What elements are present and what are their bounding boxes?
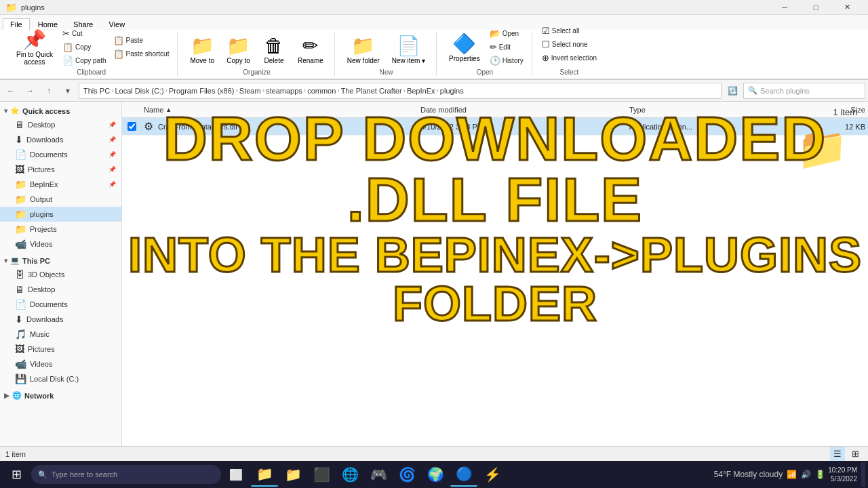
ribbon-group-clipboard: 📌 Pin to Quick access ✂Cut 📋Copy 📄Copy p… — [5, 33, 178, 76]
videos-icon: 📹 — [15, 359, 26, 369]
taskbar-app-other[interactable]: ⚡ — [479, 462, 506, 487]
open-button[interactable]: 📂Open — [487, 27, 526, 40]
history-button[interactable]: 🕑History — [487, 54, 526, 67]
documents-icon: 📄 — [15, 299, 26, 310]
select-label: Select — [560, 68, 579, 76]
ribbon-content: 📌 Pin to Quick access ✂Cut 📋Copy 📄Copy p… — [0, 30, 868, 79]
quick-access-arrow: ▾ — [4, 107, 7, 115]
sidebar-item-plugins-qa[interactable]: 📁 plugins — [0, 207, 121, 222]
cut-button[interactable]: ✂Cut — [60, 27, 109, 40]
address-path[interactable]: This PC › Local Disk (C:) › Program File… — [79, 83, 722, 99]
path-steam[interactable]: Steam — [239, 87, 261, 95]
invert-selection-button[interactable]: ⊕Invert selection — [539, 52, 599, 64]
sidebar-item-documents-qa[interactable]: 📄 Documents 📌 — [0, 147, 121, 162]
taskbar-app-chrome[interactable]: 🌐 — [336, 462, 363, 487]
ribbon-group-select: ☑Select all ☐Select none ⊕Invert selecti… — [534, 33, 605, 76]
recent-button[interactable]: ▾ — [60, 83, 76, 99]
paste-button[interactable]: 📋Paste — [111, 34, 172, 47]
taskbar-app-explorer[interactable]: 📁 — [251, 462, 278, 487]
sidebar-item-label: Projects — [30, 225, 57, 233]
sidebar-item-music-pc[interactable]: 🎵 Music — [0, 327, 121, 342]
network-header[interactable]: ▶ 🌐 Network — [0, 389, 121, 402]
ribbon: File Home Share View 📌 Pin to Quick acce… — [0, 15, 868, 80]
pin-quick-button[interactable]: 📌 Pin to Quick access — [11, 30, 58, 65]
column-type[interactable]: Type — [627, 106, 768, 114]
taskbar-clock[interactable]: 10:20 PM 5/3/2022 — [828, 466, 857, 483]
select-none-button[interactable]: ☐Select none — [539, 38, 599, 51]
disk-icon: 💾 — [15, 373, 26, 384]
file-row-craftfromcontainers[interactable]: ⚙ CraftFromContainers.dll 4/10/2022 3:28… — [122, 118, 868, 136]
new-folder-button[interactable]: 📁 New folder — [342, 32, 385, 67]
sidebar-item-output-qa[interactable]: 📁 Output — [0, 192, 121, 207]
new-item-button[interactable]: 📄 New item ▾ — [387, 32, 431, 67]
select-all-button[interactable]: ☑Select all — [539, 24, 599, 37]
path-local-disk[interactable]: Local Disk (C:) — [115, 87, 163, 95]
path-steamapps[interactable]: steamapps — [266, 87, 302, 95]
delete-button[interactable]: 🗑 Delete — [257, 32, 291, 67]
sort-arrow: ▲ — [165, 106, 172, 113]
paste-shortcut-button[interactable]: 📋Paste shortcut — [111, 47, 172, 60]
rename-button[interactable]: ✏ Rename — [292, 32, 329, 67]
weather-text: 54°F Mostly cloudy — [714, 470, 783, 479]
sidebar-item-bepinex-qa[interactable]: 📁 BepInEx 📌 — [0, 177, 121, 192]
overlay-instructions: DROP DOWNLOADED .DLL FILE INTO THE BEPIN… — [122, 102, 868, 446]
path-common[interactable]: common — [307, 87, 336, 95]
sidebar-item-videos-pc[interactable]: 📹 Videos — [0, 357, 121, 371]
sidebar-item-projects-qa[interactable]: 📁 Projects — [0, 222, 121, 237]
sidebar-item-documents-pc[interactable]: 📄 Documents — [0, 297, 121, 312]
taskbar-app-globe[interactable]: 🌍 — [422, 462, 449, 487]
up-button[interactable]: ↑ — [41, 83, 57, 99]
sidebar-item-desktop-qa[interactable]: 🖥 Desktop 📌 — [0, 117, 121, 132]
taskbar-search[interactable]: 🔍 Type here to search — [31, 465, 221, 484]
file-checkbox[interactable] — [127, 122, 136, 131]
main-area: ▾ ⭐ Quick access 🖥 Desktop 📌 ⬇ Downloads… — [0, 102, 868, 446]
taskbar-app-edge[interactable]: 🌀 — [393, 462, 420, 487]
folder-icon: 📁 — [15, 209, 26, 220]
sidebar-item-desktop-pc[interactable]: 🖥 Desktop — [0, 282, 121, 297]
sidebar-item-videos-qa[interactable]: 📹 Videos — [0, 237, 121, 251]
start-button[interactable]: ⊞ — [3, 462, 30, 487]
sidebar-item-local-disk-c[interactable]: 💾 Local Disk (C:) — [0, 371, 121, 386]
path-bepinex[interactable]: BepInEx — [407, 87, 435, 95]
sidebar-item-3d-objects[interactable]: 🗄 3D Objects — [0, 267, 121, 282]
back-button[interactable]: ← — [3, 83, 19, 99]
forward-button[interactable]: → — [22, 83, 38, 99]
search-box[interactable]: 🔍 Search plugins — [743, 83, 865, 99]
sidebar-item-pictures-pc[interactable]: 🖼 Pictures — [0, 342, 121, 357]
copy-to-button[interactable]: 📁 Copy to — [221, 32, 256, 67]
sidebar-section-network: ▶ 🌐 Network — [0, 389, 121, 402]
downloads-icon: ⬇ — [15, 314, 23, 325]
path-plugins[interactable]: plugins — [440, 87, 464, 95]
sidebar-item-label: Documents — [30, 150, 68, 159]
quick-access-header[interactable]: ▾ ⭐ Quick access — [0, 104, 121, 117]
maximize-button[interactable]: □ — [800, 0, 831, 15]
sidebar-item-label: Desktop — [28, 121, 55, 129]
path-planet-crafter[interactable]: The Planet Crafter — [341, 87, 402, 95]
sidebar-item-pictures-qa[interactable]: 🖼 Pictures 📌 — [0, 162, 121, 177]
this-pc-header[interactable]: ▾ 💻 This PC — [0, 254, 121, 267]
column-date-modified[interactable]: Date modified — [418, 106, 627, 114]
network-icon: 🌐 — [12, 391, 22, 400]
copy-path-button[interactable]: 📄Copy path — [60, 54, 109, 67]
minimize-button[interactable]: ─ — [769, 0, 800, 15]
move-to-button[interactable]: 📁 Move to — [184, 32, 220, 67]
sidebar-item-downloads-qa[interactable]: ⬇ Downloads 📌 — [0, 132, 121, 147]
taskbar-app-steam[interactable]: 🎮 — [365, 462, 392, 487]
show-desktop-button[interactable] — [861, 462, 865, 487]
details-view-button[interactable]: ☰ — [830, 447, 845, 462]
taskbar-task-view[interactable]: ⬜ — [222, 462, 250, 487]
taskbar-app-explorer2[interactable]: 📁 — [279, 462, 307, 487]
path-this-pc[interactable]: This PC — [83, 87, 110, 95]
close-button[interactable]: ✕ — [831, 0, 863, 15]
properties-button[interactable]: 🔷 Properties — [443, 30, 486, 65]
large-icons-view-button[interactable]: ⊞ — [848, 447, 863, 462]
refresh-button[interactable]: 🔃 — [724, 83, 741, 99]
downloads-icon: ⬇ — [15, 134, 23, 145]
path-program-files[interactable]: Program Files (x86) — [169, 87, 235, 95]
sidebar-item-downloads-pc[interactable]: ⬇ Downloads — [0, 312, 121, 327]
column-name[interactable]: Name ▲ — [141, 106, 418, 114]
taskbar-app-media[interactable]: 🔵 — [450, 462, 477, 487]
edit-button[interactable]: ✏Edit — [487, 41, 526, 54]
copy-button[interactable]: 📋Copy — [60, 41, 109, 54]
taskbar-app-terminal[interactable]: ⬛ — [308, 462, 335, 487]
